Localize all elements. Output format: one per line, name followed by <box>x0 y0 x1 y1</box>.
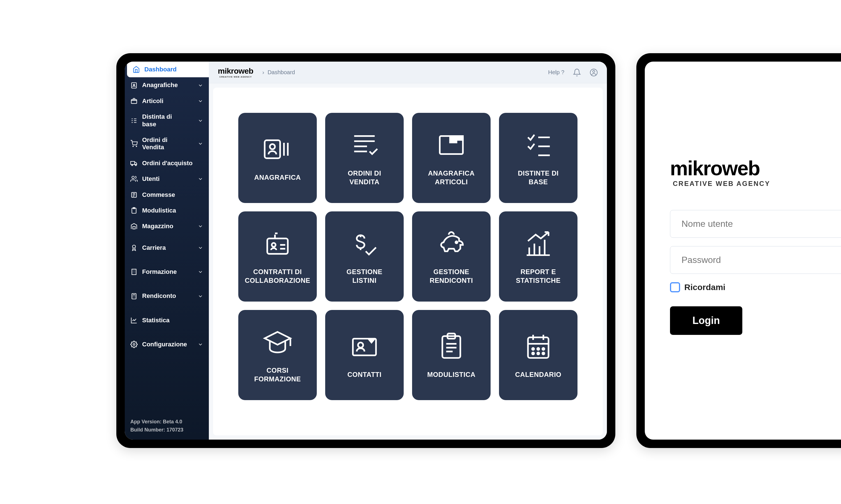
tile-statistiche[interactable]: REPORT E STATISTICHE <box>499 211 578 302</box>
sidebar-label: Ordini di Vendita <box>142 137 198 151</box>
sidebar-item-ordini-vendita[interactable]: Ordini di Vendita <box>125 132 209 156</box>
help-link[interactable]: Help ? <box>548 69 564 76</box>
chevron-down-icon <box>198 245 203 251</box>
chart-growth-icon <box>523 228 554 259</box>
login-button[interactable]: Login <box>670 306 742 335</box>
brand-name: mikroweb <box>218 67 253 76</box>
tile-calendario[interactable]: CALENDARIO <box>499 310 578 400</box>
sidebar-item-anagrafiche[interactable]: Anagrafiche <box>125 77 209 93</box>
sidebar-label: Commesse <box>142 191 203 199</box>
password-input[interactable] <box>670 246 841 274</box>
users-icon <box>130 175 138 183</box>
sidebar-item-commesse[interactable]: Commesse <box>125 187 209 203</box>
sidebar-item-dashboard[interactable]: Dashboard <box>127 61 209 77</box>
tile-label: GESTIONE RENDICONTI <box>430 267 473 285</box>
clipboard-icon <box>130 207 138 214</box>
chevron-down-icon <box>198 342 203 347</box>
breadcrumb: › Dashboard <box>259 69 295 76</box>
tile-contratti[interactable]: CONTRATTI DI COLLABORAZIONE <box>238 211 317 302</box>
tablet-screen: mikroweb CREATIVE WEB AGENCY Ricordami D… <box>645 61 841 439</box>
sidebar-item-configurazione[interactable]: Configurazione <box>125 337 209 352</box>
sidebar-item-articoli[interactable]: Articoli <box>125 93 209 109</box>
piggy-bank-icon <box>436 228 467 259</box>
article-icon <box>436 130 467 160</box>
sidebar-item-ordini-acquisto[interactable]: Ordini d'acquisto <box>125 156 209 171</box>
sidebar-item-formazione[interactable]: Formazione <box>125 264 209 280</box>
sidebar-footer: App Version: Beta 4.0 Build Number: 1707… <box>125 412 209 439</box>
sidebar-label: Formazione <box>142 268 198 275</box>
chevron-down-icon <box>198 223 203 229</box>
tile-listini[interactable]: GESTIONE LISTINI <box>325 211 404 302</box>
tile-contatti[interactable]: CONTATTI <box>325 310 404 400</box>
bell-icon[interactable] <box>573 68 581 77</box>
tile-label: REPORT E STATISTICHE <box>516 267 561 285</box>
tile-modulistica[interactable]: MODULISTICA <box>412 310 491 400</box>
username-input[interactable] <box>670 210 841 238</box>
chevron-down-icon <box>198 98 203 104</box>
svg-point-13 <box>133 245 136 248</box>
svg-point-32 <box>532 348 534 350</box>
gear-icon <box>130 341 138 348</box>
svg-point-4 <box>136 146 137 147</box>
tile-anagrafica[interactable]: ANAGRAFICA <box>238 113 317 203</box>
svg-point-37 <box>543 353 545 355</box>
sidebar-item-modulistica[interactable]: Modulistica <box>125 203 209 218</box>
login-options-row: Ricordami Dimenticato la password <box>670 282 841 292</box>
remember-checkbox[interactable] <box>670 282 680 292</box>
tile-distinte-base[interactable]: DISTINTE DI BASE <box>499 113 578 203</box>
breadcrumb-current: Dashboard <box>268 69 295 76</box>
brand-tagline: CREATIVE WEB AGENCY <box>218 76 253 78</box>
svg-point-7 <box>135 164 136 165</box>
svg-point-26 <box>456 241 458 243</box>
address-book-icon <box>130 82 138 89</box>
svg-point-16 <box>133 344 135 345</box>
sidebar-item-statistica[interactable]: Statistica <box>125 312 209 328</box>
order-list-icon <box>349 130 380 160</box>
tile-ordini-vendita[interactable]: ORDINI DI VENDITA <box>325 113 404 203</box>
briefcase-icon <box>130 191 138 199</box>
login-screen: mikroweb CREATIVE WEB AGENCY Ricordami D… <box>645 61 841 439</box>
sidebar-label: Magazzino <box>142 222 198 230</box>
sidebar-item-distinta[interactable]: Distinta di base <box>125 109 209 132</box>
svg-rect-15 <box>132 293 136 299</box>
user-profile-icon[interactable] <box>589 68 598 77</box>
chevron-down-icon <box>198 293 203 299</box>
sidebar-label: Carriera <box>142 244 198 251</box>
topbar-right: Help ? <box>548 68 598 77</box>
calculator-icon <box>130 293 138 300</box>
tile-label: DISTINTE DI BASE <box>518 169 559 186</box>
svg-rect-2 <box>131 100 137 104</box>
sidebar-item-magazzino[interactable]: Magazzino <box>125 218 209 234</box>
tile-label: CONTATTI <box>347 370 381 379</box>
tile-corsi-formazione[interactable]: CORSI FORMAZIONE <box>238 310 317 400</box>
tile-label: ANAGRAFICA ARTICOLI <box>428 169 475 186</box>
svg-rect-12 <box>133 227 135 229</box>
tile-label: CONTRATTI DI COLLABORAZIONE <box>245 267 310 285</box>
tablet-frame-dashboard: Dashboard Anagrafiche Articoli <box>116 53 615 448</box>
dashboard-app: Dashboard Anagrafiche Articoli <box>125 61 607 439</box>
sidebar-label: Rendiconto <box>142 292 198 300</box>
tile-anagrafica-articoli[interactable]: ANAGRAFICA ARTICOLI <box>412 113 491 203</box>
chevron-down-icon <box>198 269 203 275</box>
sidebar-label: Ordini d'acquisto <box>142 160 203 167</box>
svg-point-6 <box>132 164 133 165</box>
id-card-icon <box>262 134 293 165</box>
checklist-icon <box>523 130 554 160</box>
home-icon <box>133 66 140 73</box>
price-check-icon <box>349 228 380 259</box>
svg-point-18 <box>593 70 595 73</box>
svg-point-33 <box>537 348 539 350</box>
svg-point-34 <box>543 348 545 350</box>
calendar-icon <box>523 331 554 362</box>
svg-point-1 <box>134 84 135 85</box>
svg-point-20 <box>270 144 275 149</box>
chevron-down-icon <box>198 118 203 124</box>
sidebar-item-utenti[interactable]: Utenti <box>125 171 209 187</box>
topbar: mikroweb CREATIVE WEB AGENCY › Dashboard… <box>209 61 607 84</box>
tile-rendiconti[interactable]: GESTIONE RENDICONTI <box>412 211 491 302</box>
svg-point-8 <box>132 176 134 179</box>
contact-card-icon <box>349 331 380 362</box>
sidebar-label: Statistica <box>142 317 203 324</box>
sidebar-item-carriera[interactable]: Carriera <box>125 240 209 256</box>
sidebar-item-rendiconto[interactable]: Rendiconto <box>125 288 209 304</box>
